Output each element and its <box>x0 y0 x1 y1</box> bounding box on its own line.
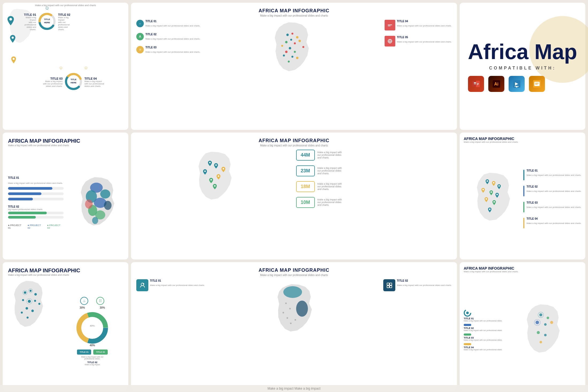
donut-chart-1: TITLE HERE <box>38 12 56 31</box>
slide2-content: TITLE 01 Make a big impact with our prof… <box>8 152 123 254</box>
location-pin-3 <box>11 56 17 65</box>
slide5-t2: TITLE 02 Make a big impact with our prof… <box>383 279 452 291</box>
svg-point-24 <box>296 57 299 59</box>
svg-point-22 <box>285 51 288 53</box>
slide6-t3: TITLE 03 Make a big impact with our prof… <box>523 201 581 212</box>
slide2-bars: TITLE 01 Make a big impact with our prof… <box>8 152 64 254</box>
africa-circle-map <box>520 302 566 358</box>
africa-dotmap-small <box>8 278 48 329</box>
slide6-t4: TITLE 04 Make a big impact with our prof… <box>523 217 581 228</box>
svg-text:Ai: Ai <box>494 82 498 86</box>
slide3-content: ☺ TITLE 01 Make a big impact with our pr… <box>136 20 452 125</box>
svg-point-13 <box>286 34 289 36</box>
svg-point-103 <box>295 319 296 321</box>
slide6-t2: TITLE 02 Make a big impact with our prof… <box>523 185 581 196</box>
percent-labels-top: 30% 30% <box>80 306 105 309</box>
svg-point-78 <box>34 293 37 296</box>
slide5-content: TITLE 01 Make a big impact with our prof… <box>136 279 452 384</box>
stat-10m: 10M Make a big impact with our professio… <box>296 197 452 208</box>
svg-point-113 <box>536 321 539 324</box>
legend-title4: TITLE 04 Make a big impact with our prof… <box>385 20 452 30</box>
slide7-subtitle: Make a big impact with our professional … <box>8 274 123 276</box>
svg-point-116 <box>537 331 540 334</box>
slide-circle-legend: AFRICA MAP INFOGRAPHIC Make a big impact… <box>460 262 585 389</box>
svg-point-1 <box>11 37 14 39</box>
svg-point-34 <box>209 162 211 164</box>
main-donut: 40% <box>75 311 110 345</box>
slide6-titles: TITLE 01 Make a big impact with our prof… <box>523 145 581 256</box>
svg-point-28 <box>281 45 283 47</box>
slide4-map <box>136 150 292 208</box>
svg-text:TITLE: TITLE <box>71 78 77 81</box>
svg-point-71 <box>486 198 487 200</box>
africa-outline-bg <box>3 8 37 45</box>
slide3-legend-left: ☺ TITLE 01 Make a big impact with our pr… <box>136 20 200 57</box>
svg-point-2 <box>13 58 14 60</box>
legend-title3: ☷ TITLE 03 Make a big impact with our pr… <box>136 46 200 54</box>
svg-point-110 <box>466 312 469 314</box>
powerpoint-icon: P <box>468 76 484 92</box>
svg-rect-43 <box>474 84 476 84</box>
svg-point-74 <box>24 291 26 294</box>
svg-rect-54 <box>535 83 539 83</box>
svg-point-115 <box>550 321 553 324</box>
slide6-title: AFRICA MAP INFOGRAPHIC <box>464 137 581 141</box>
title-buttons: TITLE 01 TITLE 03 <box>77 350 108 355</box>
footer-bar: Make a big impact Make a big impact <box>0 385 588 392</box>
svg-point-97 <box>283 286 302 298</box>
stat-23m: 23M Make a big impact with our professio… <box>296 165 452 176</box>
svg-rect-29 <box>388 25 392 25</box>
slide3-map <box>204 20 381 84</box>
svg-point-16 <box>290 39 292 41</box>
slide7-map <box>8 278 59 384</box>
svg-point-65 <box>487 180 488 182</box>
location-pin-1 <box>7 16 15 27</box>
svg-point-57 <box>100 189 110 199</box>
footer-text: Make a big impact Make a big impact <box>268 387 320 390</box>
slide-bar-chart: AFRICA MAP INFOGRAPHIC Make a big impact… <box>3 133 128 260</box>
slide8-t4: TITLE 04 Make a big impact with our prof… <box>464 343 502 351</box>
svg-point-26 <box>283 55 285 56</box>
bar-title2-group: TITLE 02 big impact professional slides … <box>8 205 64 220</box>
slide8-t3: TITLE 03 Make a big impact with our prof… <box>464 333 502 341</box>
svg-point-85 <box>26 317 29 319</box>
center-column: AFRICA MAP INFOGRAPHIC Make a big impact… <box>131 3 457 259</box>
svg-point-73 <box>489 208 491 210</box>
hero-content: Africa Map COMPATIBLE WITH: P Ai <box>468 41 577 92</box>
svg-rect-106 <box>390 283 392 285</box>
svg-point-101 <box>287 317 288 319</box>
hero-section: Africa Map COMPATIBLE WITH: P Ai <box>460 3 585 130</box>
svg-point-17 <box>285 41 288 43</box>
svg-point-0 <box>9 18 12 21</box>
slide4-content: 44M Make a big impact with our professio… <box>136 150 452 254</box>
africa-pin-map <box>468 171 517 230</box>
slide-pin-map: AFRICA MAP INFOGRAPHIC Make a big impact… <box>460 133 585 260</box>
svg-rect-107 <box>387 286 389 288</box>
slide-circular-persons: Make a big impact with our professional … <box>3 3 128 130</box>
svg-point-114 <box>544 323 547 325</box>
circular-grid: TITLE 01 Make a big impactwith our profe… <box>23 12 124 126</box>
svg-point-112 <box>547 317 549 319</box>
bar-title1: TITLE 01 <box>8 176 64 179</box>
slide7-donut: ♨ ☷ 30% 30% 40% <box>62 278 123 384</box>
slide-2item-map: AFRICA MAP INFOGRAPHIC Make a big impact… <box>131 262 457 389</box>
svg-text:P: P <box>477 83 479 86</box>
svg-point-35 <box>215 164 217 166</box>
svg-point-27 <box>302 46 304 48</box>
slide5-legend-right: TITLE 02 Make a big impact with our prof… <box>383 279 452 294</box>
svg-point-19 <box>299 40 301 42</box>
svg-point-67 <box>498 185 500 187</box>
svg-point-66 <box>493 182 494 184</box>
africa-map-dots <box>266 20 319 84</box>
percent-40: 40% <box>90 344 95 347</box>
svg-point-63 <box>85 200 92 209</box>
svg-point-80 <box>28 300 31 303</box>
slide5-legend-left: TITLE 01 Make a big impact with our prof… <box>136 279 205 294</box>
svg-point-104 <box>283 312 284 313</box>
svg-point-79 <box>22 299 24 301</box>
svg-point-15 <box>296 36 299 38</box>
slide6-map <box>464 145 521 256</box>
slide8-title: AFRICA MAP INFOGRAPHIC <box>464 266 581 270</box>
svg-rect-108 <box>390 286 392 288</box>
svg-point-117 <box>544 334 547 336</box>
